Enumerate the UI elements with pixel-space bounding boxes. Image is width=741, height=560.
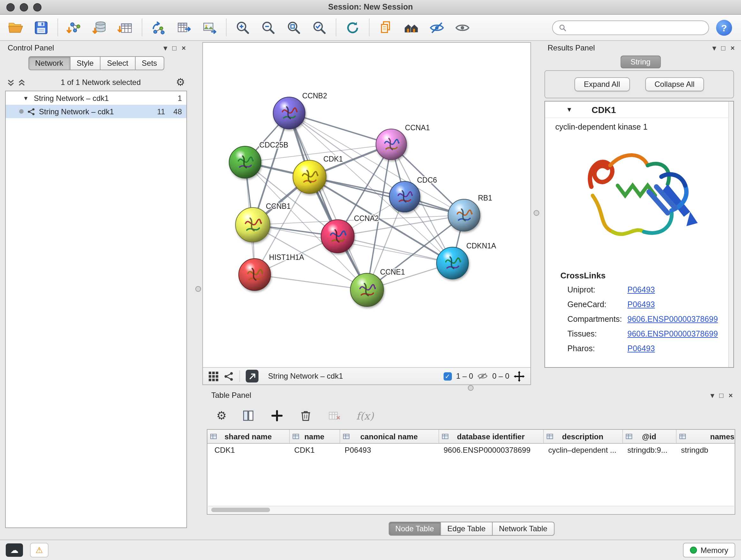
zoom-out-button[interactable] (259, 18, 278, 37)
import-network-file-button[interactable] (65, 18, 84, 37)
network-view[interactable]: CCNB2CCNA1CDC25BCDK1CDC6RB1CCNB1CCNA2CDK… (202, 42, 531, 385)
tab-select[interactable]: Select (100, 56, 135, 70)
column-header-database-identifier[interactable]: database identifier (439, 430, 543, 443)
delete-table-icon[interactable] (327, 409, 341, 423)
cell-name[interactable]: CDK1 (289, 443, 340, 456)
network-options-gear-icon[interactable]: ⚙ (176, 77, 185, 87)
crosslink-link[interactable]: 9606.ENSP00000378699 (627, 315, 718, 324)
network-node-cdk1[interactable] (293, 160, 326, 193)
crosslink-link[interactable]: P06493 (627, 286, 655, 294)
zoom-selected-button[interactable] (310, 18, 329, 37)
tab-style[interactable]: Style (70, 56, 100, 70)
panel-close-icon[interactable]: × (729, 392, 733, 399)
cell-shared-name[interactable]: CDK1 (207, 443, 289, 456)
network-graph[interactable]: CCNB2CCNA1CDC25BCDK1CDC6RB1CCNB1CCNA2CDK… (203, 43, 530, 367)
panel-close-icon[interactable]: × (731, 44, 735, 51)
network-row[interactable]: String Network – cdk1 11 48 (6, 105, 186, 118)
collapse-all-icon[interactable] (7, 78, 15, 86)
result-entry-header[interactable]: ▼ CDK1 (545, 102, 733, 118)
search-field[interactable] (552, 20, 709, 35)
table-row[interactable]: CDK1 CDK1 P06493 9606.ENSP00000378699 cy… (207, 443, 735, 456)
network-collection-row[interactable]: ▼ String Network – cdk1 1 (6, 91, 186, 105)
show-all-button[interactable] (453, 18, 472, 37)
splitter-handle[interactable] (468, 385, 474, 391)
new-network-button[interactable] (149, 18, 168, 37)
warnings-button[interactable]: ⚠ (30, 543, 49, 557)
network-node-hist1h1a[interactable] (239, 259, 271, 291)
network-node-rb1[interactable] (448, 199, 480, 231)
export-table-button[interactable] (175, 18, 193, 37)
expand-all-button[interactable]: Expand All (575, 77, 630, 91)
network-edges[interactable] (245, 113, 464, 290)
tab-string[interactable]: String (620, 56, 661, 68)
collapse-all-button[interactable]: Collapse All (645, 77, 704, 91)
column-header-id[interactable]: @id (622, 430, 676, 443)
export-image-button[interactable] (200, 18, 219, 37)
birdseye-grid-icon[interactable] (209, 371, 218, 381)
network-node-cdc25b[interactable] (229, 146, 261, 178)
panel-float-icon[interactable]: □ (721, 44, 725, 51)
zoom-fit-button[interactable] (285, 18, 303, 37)
cell-id[interactable]: stringdb:9... (622, 443, 676, 456)
apply-layout-button[interactable] (343, 18, 362, 37)
share-icon[interactable] (224, 371, 233, 381)
expand-all-icon[interactable] (18, 78, 25, 86)
panel-close-icon[interactable]: × (182, 44, 186, 51)
panel-menu-icon[interactable]: ▾ (713, 44, 716, 51)
results-scrollbar[interactable] (728, 102, 733, 367)
entry-expand-icon[interactable]: ▼ (566, 106, 572, 113)
open-external-button[interactable] (246, 370, 259, 382)
collection-expand-icon[interactable]: ▼ (23, 95, 30, 101)
network-node-cdc6[interactable] (389, 181, 420, 212)
panel-float-icon[interactable]: □ (719, 392, 724, 399)
panel-float-icon[interactable]: □ (172, 44, 177, 51)
table-horizontal-scrollbar[interactable] (208, 506, 734, 513)
import-network-database-button[interactable] (91, 18, 109, 37)
tab-sets[interactable]: Sets (135, 56, 164, 70)
help-button[interactable]: ? (716, 19, 732, 36)
copy-document-button[interactable] (377, 18, 395, 37)
network-node-cdkn1a[interactable] (436, 247, 468, 279)
hidden-eye-slash-icon[interactable] (478, 372, 488, 380)
import-table-button[interactable] (116, 18, 135, 37)
tab-node-table[interactable]: Node Table (388, 522, 441, 536)
cell-database-identifier[interactable]: 9606.ENSP00000378699 (439, 443, 543, 456)
panel-menu-icon[interactable]: ▾ (711, 392, 714, 399)
zoom-in-button[interactable] (233, 18, 252, 37)
tab-edge-table[interactable]: Edge Table (441, 522, 493, 536)
column-header-namespace[interactable]: namespac (676, 430, 735, 443)
add-column-icon[interactable] (270, 409, 284, 423)
open-session-button[interactable] (6, 18, 25, 37)
column-header-canonical-name[interactable]: canonical name (340, 430, 439, 443)
crosslink-link[interactable]: P06493 (627, 344, 655, 353)
scrollbar-thumb[interactable] (211, 508, 270, 512)
network-node-ccnb1[interactable] (235, 207, 270, 242)
column-header-name[interactable]: name (289, 430, 340, 443)
tab-network-table[interactable]: Network Table (493, 522, 555, 536)
network-node-ccnb2[interactable] (273, 97, 305, 129)
column-header-description[interactable]: description (543, 430, 622, 443)
search-input[interactable] (570, 22, 703, 33)
crosslink-link[interactable]: P06493 (627, 300, 655, 309)
cell-namespace[interactable]: stringdb (676, 443, 735, 456)
network-node-ccna2[interactable] (321, 220, 354, 253)
crosslink-link[interactable]: 9606.ENSP00000378699 (627, 329, 718, 338)
home-button[interactable] (402, 18, 421, 37)
delete-column-icon[interactable] (299, 409, 313, 423)
cloud-button[interactable]: ☁ (6, 543, 23, 557)
function-builder-icon[interactable]: f(x) (356, 410, 374, 422)
cell-canonical-name[interactable]: P06493 (340, 443, 439, 456)
table-options-gear-icon[interactable]: ⚙ (216, 411, 226, 421)
tab-network[interactable]: Network (28, 56, 70, 70)
save-session-button[interactable] (32, 18, 51, 37)
selected-checkbox-icon[interactable]: ✓ (443, 372, 452, 380)
pan-crosshair-icon[interactable] (514, 371, 525, 381)
hide-selected-button[interactable] (428, 18, 446, 37)
memory-button[interactable]: Memory (683, 543, 735, 557)
column-header-shared-name[interactable]: shared name (207, 430, 289, 443)
splitter-handle[interactable] (195, 286, 201, 292)
splitter-handle[interactable] (534, 210, 539, 216)
select-columns-icon[interactable] (241, 409, 255, 423)
network-node-ccne1[interactable] (350, 273, 384, 307)
panel-menu-icon[interactable]: ▾ (164, 44, 167, 51)
